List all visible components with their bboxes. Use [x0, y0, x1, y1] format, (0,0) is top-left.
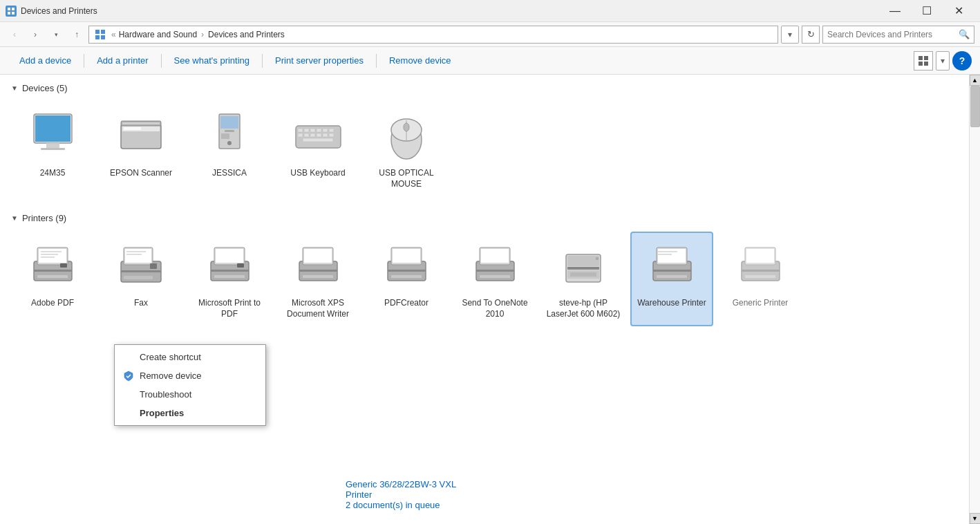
svg-rect-51: [41, 254, 58, 255]
svg-rect-23: [225, 130, 234, 132]
device-item-adobe-pdf[interactable]: Adobe PDF: [11, 232, 94, 326]
remove-device-button[interactable]: Remove device: [378, 47, 462, 75]
svg-rect-86: [596, 257, 599, 260]
svg-rect-2: [8, 12, 10, 15]
toolbar-separator-1: [84, 54, 84, 68]
svg-rect-34: [304, 133, 309, 137]
device-item-pdfcreator[interactable]: PDFCreator: [365, 232, 448, 326]
svg-rect-22: [220, 116, 238, 129]
device-item-laserjet[interactable]: steve-hp (HP LaserJet 600 M602): [542, 232, 625, 326]
devices-section-header[interactable]: ▼ Devices (5): [11, 83, 958, 93]
svg-rect-24: [221, 133, 229, 139]
devices-arrow: ▼: [11, 84, 18, 92]
status-info: Generic 36/28/22BW-3 VXL Printer 2 docum…: [346, 479, 456, 510]
status-device-type: Printer: [346, 489, 456, 500]
main-content: ▼ Devices (5) 24M35: [0, 75, 980, 524]
printers-section-header[interactable]: ▼ Printers (9): [11, 213, 958, 223]
svg-rect-69: [304, 249, 332, 263]
see-printing-button[interactable]: See what's printing: [163, 47, 261, 75]
svg-rect-71: [303, 275, 333, 278]
svg-rect-36: [317, 133, 321, 137]
refresh-button[interactable]: ↻: [802, 26, 820, 44]
address-field[interactable]: « Hardware and Sound › Devices and Print…: [88, 26, 778, 44]
device-label-epson: EPSON Scanner: [110, 168, 172, 179]
context-menu: Create shortcut Remove device Troublesho…: [114, 344, 266, 426]
search-input[interactable]: [827, 30, 959, 39]
scroll-down-button[interactable]: ▼: [970, 513, 981, 524]
devices-label: Devices (5): [22, 83, 68, 93]
status-queue: 2 document(s) in queue: [346, 500, 456, 510]
maximize-button[interactable]: ☐: [911, 0, 943, 22]
context-menu-troubleshoot[interactable]: Troubleshoot: [115, 385, 265, 404]
search-box: 🔍: [822, 26, 974, 44]
device-item-xps[interactable]: Microsoft XPS Document Writer: [276, 232, 359, 326]
svg-rect-8: [918, 56, 923, 60]
context-menu-properties[interactable]: Properties: [115, 404, 265, 422]
print-server-button[interactable]: Print server properties: [264, 47, 375, 75]
add-device-button[interactable]: Add a device: [8, 47, 82, 75]
svg-rect-50: [41, 251, 62, 252]
svg-rect-13: [35, 115, 70, 142]
device-item-warehouse[interactable]: Warehouse Printer: [630, 232, 713, 326]
up-button[interactable]: ↑: [68, 26, 86, 44]
svg-point-43: [404, 123, 409, 131]
device-item-jessica[interactable]: JESSICA: [188, 102, 271, 196]
fax-icon: [113, 238, 169, 294]
svg-rect-79: [481, 249, 509, 263]
svg-rect-99: [745, 275, 775, 278]
device-item-24m35[interactable]: 24M35: [11, 102, 94, 196]
svg-rect-59: [126, 251, 146, 252]
device-item-keyboard[interactable]: USB Keyboard: [276, 102, 359, 196]
device-item-onenote[interactable]: Send To OneNote 2010: [453, 232, 536, 326]
breadcrumb-devices[interactable]: Devices and Printers: [208, 30, 285, 39]
context-menu-remove-device[interactable]: Remove device: [115, 366, 265, 385]
add-printer-button[interactable]: Add a printer: [86, 47, 159, 75]
dropdown-address-button[interactable]: ▾: [781, 26, 799, 44]
svg-rect-7: [101, 35, 105, 39]
view-button[interactable]: [914, 51, 933, 71]
svg-rect-35: [310, 133, 315, 137]
device-item-mouse[interactable]: USB OPTICAL MOUSE: [365, 102, 448, 196]
forward-button[interactable]: ›: [26, 26, 44, 44]
device-label-24m35: 24M35: [40, 168, 66, 179]
window-title: Devices and Printers: [21, 6, 97, 16]
svg-rect-91: [653, 270, 691, 272]
printer-adobe-icon: [25, 238, 80, 294]
svg-rect-97: [746, 249, 774, 263]
toolbar-separator-2: [161, 54, 162, 68]
device-label-jessica: JESSICA: [212, 168, 247, 179]
svg-rect-58: [124, 276, 153, 279]
scroll-up-button[interactable]: ▲: [970, 75, 981, 86]
printer-onenote-icon: [467, 238, 522, 294]
context-menu-create-shortcut[interactable]: Create shortcut: [115, 348, 265, 366]
toolbar-right: ▾ ?: [914, 51, 972, 71]
scroll-thumb[interactable]: [970, 86, 980, 127]
svg-rect-57: [150, 263, 157, 269]
printer-xps-icon: [290, 238, 346, 294]
svg-rect-84: [567, 267, 599, 270]
printer-generic-icon: [733, 238, 788, 294]
title-bar-left: Devices and Printers: [6, 6, 97, 17]
dropdown-button[interactable]: ▾: [47, 26, 65, 44]
svg-rect-65: [237, 263, 244, 268]
printers-label: Printers (9): [22, 213, 66, 223]
svg-rect-30: [317, 129, 321, 132]
device-label-mouse: USB OPTICAL MOUSE: [369, 168, 444, 189]
back-button[interactable]: ‹: [6, 26, 23, 44]
device-label-warehouse: Warehouse Printer: [637, 298, 706, 309]
search-icon[interactable]: 🔍: [959, 29, 970, 39]
svg-rect-98: [742, 270, 780, 272]
scroll-track[interactable]: [970, 86, 981, 513]
device-item-generic[interactable]: Generic Printer: [719, 232, 802, 326]
help-button[interactable]: ?: [952, 51, 972, 71]
close-button[interactable]: ✕: [943, 0, 974, 22]
device-item-epson[interactable]: EPSON Scanner: [100, 102, 182, 196]
device-label-adobe: Adobe PDF: [31, 298, 74, 309]
toolbar-separator-4: [376, 54, 377, 68]
minimize-button[interactable]: —: [879, 0, 911, 22]
view-dropdown-button[interactable]: ▾: [936, 51, 950, 71]
device-item-ms-print[interactable]: Microsoft Print to PDF: [188, 232, 271, 326]
device-label-generic: Generic Printer: [733, 298, 789, 309]
device-item-fax[interactable]: Fax: [100, 232, 182, 326]
breadcrumb-hardware[interactable]: Hardware and Sound: [119, 30, 197, 39]
